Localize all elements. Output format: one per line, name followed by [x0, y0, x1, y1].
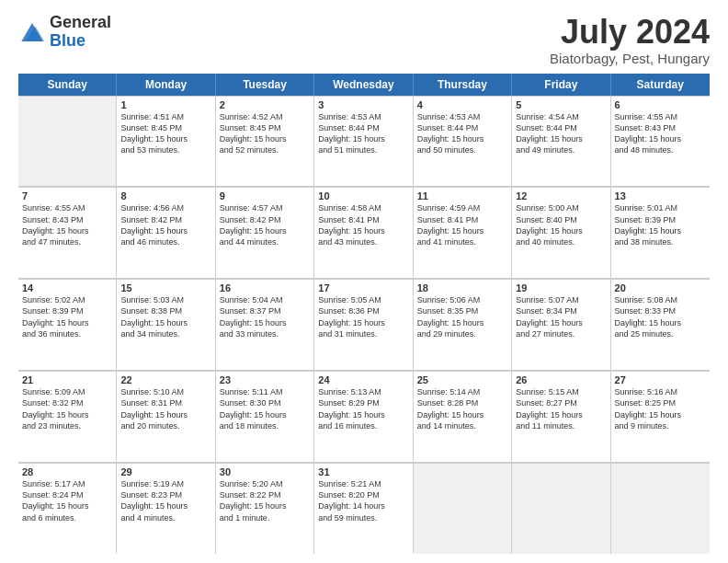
day-info: Sunrise: 4:55 AMSunset: 8:43 PMDaylight:… — [22, 202, 112, 247]
cal-cell-1-6: 5Sunrise: 4:54 AMSunset: 8:44 PMDaylight… — [512, 97, 610, 187]
day-number: 22 — [120, 374, 210, 385]
day-number: 19 — [516, 282, 606, 293]
day-number: 25 — [417, 374, 507, 385]
cal-cell-5-1: 28Sunrise: 5:17 AMSunset: 8:24 PMDayligh… — [18, 464, 117, 554]
day-number: 8 — [120, 190, 210, 201]
day-info: Sunrise: 5:14 AMSunset: 8:28 PMDaylight:… — [417, 386, 507, 431]
day-info: Sunrise: 5:06 AMSunset: 8:35 PMDaylight:… — [417, 294, 507, 339]
cal-header-wednesday: Wednesday — [314, 74, 413, 96]
day-info: Sunrise: 4:53 AMSunset: 8:44 PMDaylight:… — [417, 111, 507, 156]
day-number: 28 — [22, 466, 112, 477]
day-info: Sunrise: 4:58 AMSunset: 8:41 PMDaylight:… — [318, 202, 408, 247]
cal-cell-2-7: 13Sunrise: 5:01 AMSunset: 8:39 PMDayligh… — [611, 188, 710, 278]
cal-week-1: 1Sunrise: 4:51 AMSunset: 8:45 PMDaylight… — [18, 96, 710, 188]
cal-header-thursday: Thursday — [414, 74, 512, 96]
day-info: Sunrise: 5:19 AMSunset: 8:23 PMDaylight:… — [120, 478, 210, 523]
day-number: 30 — [220, 466, 310, 477]
cal-cell-2-5: 11Sunrise: 4:59 AMSunset: 8:41 PMDayligh… — [414, 188, 512, 278]
day-number: 5 — [516, 99, 606, 110]
cal-header-saturday: Saturday — [611, 74, 710, 96]
day-info: Sunrise: 5:10 AMSunset: 8:31 PMDaylight:… — [120, 386, 210, 431]
day-info: Sunrise: 5:07 AMSunset: 8:34 PMDaylight:… — [516, 294, 606, 339]
cal-cell-4-2: 22Sunrise: 5:10 AMSunset: 8:31 PMDayligh… — [117, 372, 215, 462]
day-info: Sunrise: 5:15 AMSunset: 8:27 PMDaylight:… — [516, 386, 606, 431]
day-info: Sunrise: 4:57 AMSunset: 8:42 PMDaylight:… — [220, 202, 310, 247]
cal-cell-3-2: 15Sunrise: 5:03 AMSunset: 8:38 PMDayligh… — [117, 280, 215, 370]
cal-cell-3-3: 16Sunrise: 5:04 AMSunset: 8:37 PMDayligh… — [216, 280, 314, 370]
day-number: 29 — [120, 466, 210, 477]
day-number: 26 — [516, 374, 606, 385]
day-number: 24 — [318, 374, 408, 385]
day-number: 1 — [120, 99, 210, 110]
cal-cell-5-7 — [611, 464, 710, 554]
cal-cell-1-7: 6Sunrise: 4:55 AMSunset: 8:43 PMDaylight… — [611, 97, 710, 187]
day-number: 23 — [220, 374, 310, 385]
cal-week-2: 7Sunrise: 4:55 AMSunset: 8:43 PMDaylight… — [18, 187, 710, 279]
day-info: Sunrise: 4:56 AMSunset: 8:42 PMDaylight:… — [120, 202, 210, 247]
day-info: Sunrise: 5:11 AMSunset: 8:30 PMDaylight:… — [220, 386, 310, 431]
cal-week-3: 14Sunrise: 5:02 AMSunset: 8:39 PMDayligh… — [18, 279, 710, 371]
logo: General Blue — [18, 14, 111, 51]
day-info: Sunrise: 5:04 AMSunset: 8:37 PMDaylight:… — [220, 294, 310, 339]
cal-cell-3-7: 20Sunrise: 5:08 AMSunset: 8:33 PMDayligh… — [611, 280, 710, 370]
day-info: Sunrise: 5:13 AMSunset: 8:29 PMDaylight:… — [318, 386, 408, 431]
logo-icon — [18, 19, 46, 45]
cal-cell-1-4: 3Sunrise: 4:53 AMSunset: 8:44 PMDaylight… — [314, 97, 413, 187]
cal-cell-4-7: 27Sunrise: 5:16 AMSunset: 8:25 PMDayligh… — [611, 372, 710, 462]
cal-cell-2-3: 9Sunrise: 4:57 AMSunset: 8:42 PMDaylight… — [216, 188, 314, 278]
cal-cell-4-5: 25Sunrise: 5:14 AMSunset: 8:28 PMDayligh… — [414, 372, 512, 462]
cal-cell-5-6 — [512, 464, 610, 554]
day-info: Sunrise: 5:20 AMSunset: 8:22 PMDaylight:… — [220, 478, 310, 523]
day-info: Sunrise: 5:01 AMSunset: 8:39 PMDaylight:… — [615, 202, 706, 247]
day-number: 31 — [318, 466, 408, 477]
day-number: 12 — [516, 190, 606, 201]
day-info: Sunrise: 5:21 AMSunset: 8:20 PMDaylight:… — [318, 478, 408, 523]
cal-cell-2-4: 10Sunrise: 4:58 AMSunset: 8:41 PMDayligh… — [314, 188, 413, 278]
logo-general: General — [50, 13, 111, 31]
day-number: 7 — [22, 190, 112, 201]
cal-cell-5-4: 31Sunrise: 5:21 AMSunset: 8:20 PMDayligh… — [314, 464, 413, 554]
cal-cell-2-2: 8Sunrise: 4:56 AMSunset: 8:42 PMDaylight… — [117, 188, 215, 278]
cal-cell-2-1: 7Sunrise: 4:55 AMSunset: 8:43 PMDaylight… — [18, 188, 117, 278]
title-block: July 2024 Biatorbagy, Pest, Hungary — [550, 14, 710, 66]
day-info: Sunrise: 5:03 AMSunset: 8:38 PMDaylight:… — [120, 294, 210, 339]
cal-header-friday: Friday — [512, 74, 610, 96]
day-number: 6 — [615, 99, 706, 110]
day-info: Sunrise: 4:59 AMSunset: 8:41 PMDaylight:… — [417, 202, 507, 247]
cal-cell-1-5: 4Sunrise: 4:53 AMSunset: 8:44 PMDaylight… — [414, 97, 512, 187]
cal-cell-1-2: 1Sunrise: 4:51 AMSunset: 8:45 PMDaylight… — [117, 97, 215, 187]
day-number: 3 — [318, 99, 408, 110]
cal-cell-4-6: 26Sunrise: 5:15 AMSunset: 8:27 PMDayligh… — [512, 372, 610, 462]
cal-cell-2-6: 12Sunrise: 5:00 AMSunset: 8:40 PMDayligh… — [512, 188, 610, 278]
day-info: Sunrise: 5:16 AMSunset: 8:25 PMDaylight:… — [615, 386, 706, 431]
cal-cell-5-3: 30Sunrise: 5:20 AMSunset: 8:22 PMDayligh… — [216, 464, 314, 554]
day-number: 16 — [220, 282, 310, 293]
day-info: Sunrise: 4:55 AMSunset: 8:43 PMDaylight:… — [615, 111, 706, 156]
main-title: July 2024 — [550, 14, 710, 51]
day-info: Sunrise: 5:09 AMSunset: 8:32 PMDaylight:… — [22, 386, 112, 431]
cal-header-tuesday: Tuesday — [216, 74, 314, 96]
cal-cell-5-5 — [414, 464, 512, 554]
day-info: Sunrise: 5:02 AMSunset: 8:39 PMDaylight:… — [22, 294, 112, 339]
cal-cell-3-6: 19Sunrise: 5:07 AMSunset: 8:34 PMDayligh… — [512, 280, 610, 370]
day-number: 11 — [417, 190, 507, 201]
calendar: SundayMondayTuesdayWednesdayThursdayFrid… — [18, 74, 710, 554]
day-number: 10 — [318, 190, 408, 201]
day-info: Sunrise: 5:00 AMSunset: 8:40 PMDaylight:… — [516, 202, 606, 247]
day-number: 4 — [417, 99, 507, 110]
day-info: Sunrise: 4:53 AMSunset: 8:44 PMDaylight:… — [318, 111, 408, 156]
page: General Blue July 2024 Biatorbagy, Pest,… — [0, 0, 728, 563]
day-number: 18 — [417, 282, 507, 293]
cal-cell-3-1: 14Sunrise: 5:02 AMSunset: 8:39 PMDayligh… — [18, 280, 117, 370]
cal-cell-4-3: 23Sunrise: 5:11 AMSunset: 8:30 PMDayligh… — [216, 372, 314, 462]
cal-cell-1-3: 2Sunrise: 4:52 AMSunset: 8:45 PMDaylight… — [216, 97, 314, 187]
cal-header-monday: Monday — [117, 74, 215, 96]
day-number: 15 — [120, 282, 210, 293]
day-number: 2 — [220, 99, 310, 110]
cal-cell-3-5: 18Sunrise: 5:06 AMSunset: 8:35 PMDayligh… — [414, 280, 512, 370]
cal-cell-4-1: 21Sunrise: 5:09 AMSunset: 8:32 PMDayligh… — [18, 372, 117, 462]
cal-cell-3-4: 17Sunrise: 5:05 AMSunset: 8:36 PMDayligh… — [314, 280, 413, 370]
day-number: 27 — [615, 374, 706, 385]
day-info: Sunrise: 5:05 AMSunset: 8:36 PMDaylight:… — [318, 294, 408, 339]
subtitle: Biatorbagy, Pest, Hungary — [550, 51, 710, 66]
